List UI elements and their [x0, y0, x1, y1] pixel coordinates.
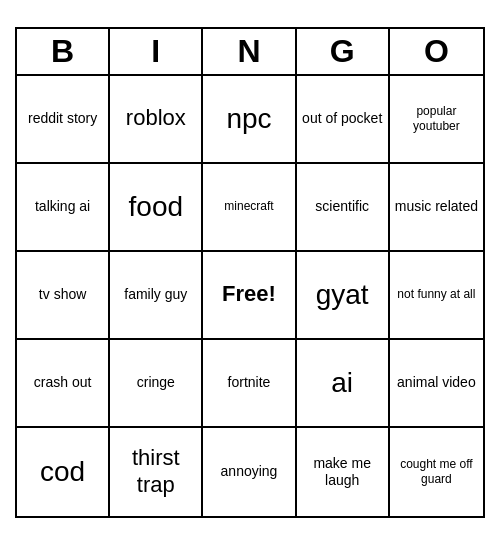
bingo-cell: not funny at all [390, 252, 483, 340]
bingo-cell: out of pocket [297, 76, 390, 164]
bingo-cell: scientific [297, 164, 390, 252]
bingo-cell: roblox [110, 76, 203, 164]
header-letter: I [110, 29, 203, 74]
bingo-cell: cringe [110, 340, 203, 428]
bingo-cell: food [110, 164, 203, 252]
bingo-cell: talking ai [17, 164, 110, 252]
bingo-header: BINGO [17, 29, 483, 76]
bingo-grid: reddit storyrobloxnpcout of pocketpopula… [17, 76, 483, 516]
bingo-cell: ai [297, 340, 390, 428]
bingo-cell: cought me off guard [390, 428, 483, 516]
bingo-cell: npc [203, 76, 296, 164]
bingo-cell: annoying [203, 428, 296, 516]
bingo-card: BINGO reddit storyrobloxnpcout of pocket… [15, 27, 485, 518]
header-letter: B [17, 29, 110, 74]
bingo-cell: make me laugh [297, 428, 390, 516]
bingo-cell: cod [17, 428, 110, 516]
bingo-cell: minecraft [203, 164, 296, 252]
bingo-cell: thirst trap [110, 428, 203, 516]
bingo-cell: animal video [390, 340, 483, 428]
bingo-cell: Free! [203, 252, 296, 340]
header-letter: G [297, 29, 390, 74]
bingo-cell: tv show [17, 252, 110, 340]
bingo-cell: crash out [17, 340, 110, 428]
header-letter: O [390, 29, 483, 74]
bingo-cell: fortnite [203, 340, 296, 428]
bingo-cell: reddit story [17, 76, 110, 164]
bingo-cell: popular youtuber [390, 76, 483, 164]
header-letter: N [203, 29, 296, 74]
bingo-cell: music related [390, 164, 483, 252]
bingo-cell: family guy [110, 252, 203, 340]
bingo-cell: gyat [297, 252, 390, 340]
